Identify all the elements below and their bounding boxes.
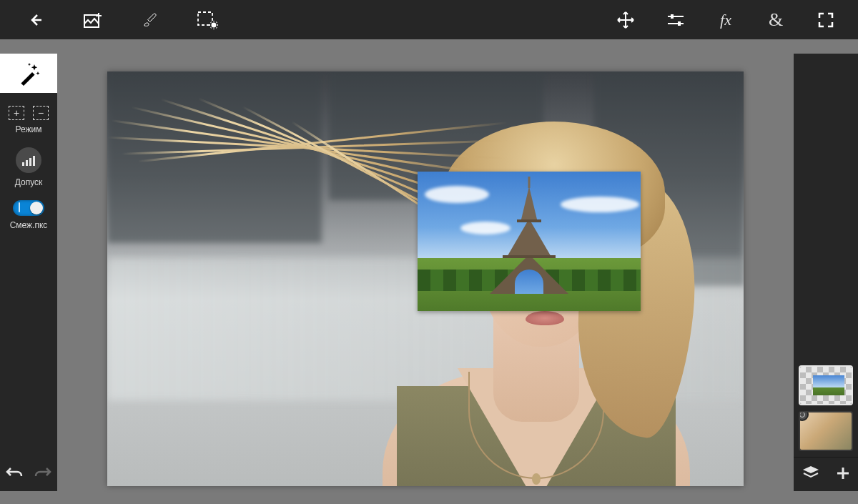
add-layer-button[interactable] — [835, 465, 851, 484]
fx-button[interactable]: fx — [701, 0, 751, 39]
layers-button[interactable] — [802, 465, 820, 485]
undo-button[interactable] — [5, 465, 24, 483]
eiffel-tower-icon — [490, 179, 568, 294]
left-sidebar: + − Режим Допуск Смеж.пкс — [0, 54, 57, 491]
transform-button[interactable] — [601, 0, 651, 39]
brush-icon — [142, 11, 159, 29]
selection-settings-icon — [197, 11, 218, 29]
fullscreen-button[interactable] — [801, 0, 851, 39]
layer-thumb-background[interactable] — [799, 411, 853, 451]
contiguous-group: Смеж.пкс — [0, 200, 57, 230]
toggle-knob — [30, 202, 43, 214]
move-icon — [616, 11, 635, 29]
tolerance-button[interactable] — [16, 147, 41, 173]
sliders-icon — [666, 12, 685, 28]
minus-icon: − — [38, 108, 44, 118]
layers-panel-footer — [794, 457, 858, 491]
redo-icon — [34, 465, 52, 481]
svg-rect-1 — [198, 12, 212, 25]
svg-point-2 — [212, 22, 217, 27]
selection-mode-group: + − Режим — [0, 106, 57, 134]
tolerance-group: Допуск — [0, 147, 57, 187]
top-toolbar: fx & — [0, 0, 858, 39]
brush-button[interactable] — [122, 0, 179, 39]
adjust-button[interactable] — [651, 0, 701, 39]
contiguous-label: Смеж.пкс — [0, 220, 57, 230]
eye-icon — [799, 412, 805, 417]
tolerance-label: Допуск — [0, 177, 57, 187]
image-canvas[interactable] — [107, 71, 744, 486]
ampersand-icon: & — [769, 9, 783, 31]
add-image-icon — [83, 11, 103, 29]
layer-preview — [813, 375, 844, 395]
back-button[interactable] — [7, 0, 64, 39]
layer-preview — [800, 412, 852, 450]
mode-subtract-button[interactable]: − — [33, 106, 49, 120]
tolerance-bars-icon — [22, 154, 35, 166]
plus-icon — [835, 465, 851, 481]
add-image-button[interactable] — [64, 0, 122, 39]
back-arrow-icon — [27, 11, 44, 29]
canvas-area — [57, 39, 794, 504]
background-shape — [107, 71, 322, 243]
pasted-eiffel-layer[interactable] — [418, 172, 641, 311]
layers-panel — [794, 54, 858, 491]
svg-rect-3 — [671, 14, 674, 19]
undo-icon — [5, 465, 24, 481]
selection-settings-button[interactable] — [179, 0, 236, 39]
magic-wand-icon — [16, 61, 41, 86]
svg-rect-5 — [21, 71, 34, 85]
blend-button[interactable]: & — [751, 0, 801, 39]
redo-button[interactable] — [34, 465, 52, 483]
layers-icon — [802, 465, 820, 482]
contiguous-toggle[interactable] — [13, 200, 44, 216]
mode-add-button[interactable]: + — [9, 106, 24, 120]
plus-icon: + — [14, 108, 19, 118]
toggle-on-indicator — [19, 202, 20, 212]
svg-rect-4 — [678, 21, 681, 26]
undo-redo-group — [0, 457, 57, 491]
fullscreen-icon — [817, 11, 834, 29]
mode-label: Режим — [0, 124, 57, 134]
magic-wand-tool[interactable] — [0, 54, 57, 93]
fx-icon: fx — [720, 11, 731, 29]
layer-thumb-eiffel[interactable] — [799, 365, 853, 405]
